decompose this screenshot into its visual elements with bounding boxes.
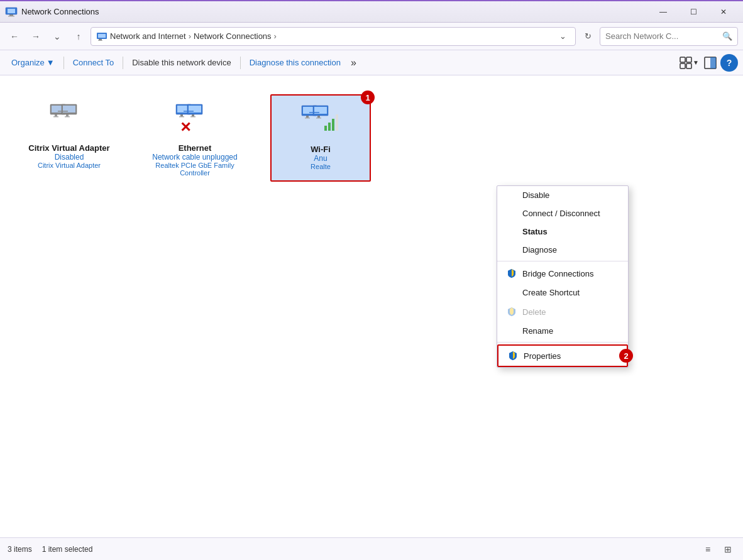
- pane-button[interactable]: [700, 53, 720, 73]
- svg-rect-43: [332, 119, 334, 131]
- app-icon: [5, 6, 18, 18]
- svg-rect-10: [680, 63, 685, 69]
- forward-button[interactable]: →: [26, 27, 45, 46]
- ctx-connect-disconnect[interactable]: Connect / Disconnect: [497, 204, 628, 222]
- ctx-rename[interactable]: Rename: [497, 322, 628, 340]
- toolbar-sep-1: [63, 57, 64, 69]
- network-item-ethernet[interactable]: ✕ Ethernet Network cable unplugged Realt…: [145, 94, 245, 182]
- network-item-citrix[interactable]: Citrix Virtual Adapter Disabled Citrix V…: [19, 94, 119, 182]
- badge-2: 2: [619, 349, 633, 363]
- network-item-wifi[interactable]: 1: [270, 94, 371, 182]
- help-button[interactable]: ?: [720, 54, 738, 72]
- svg-rect-38: [317, 116, 320, 118]
- diagnose-button[interactable]: Diagnose this connection: [243, 53, 347, 73]
- svg-rect-34: [306, 116, 309, 118]
- svg-rect-20: [66, 114, 69, 116]
- ctx-sep-1: [497, 261, 628, 261]
- up-button[interactable]: ↑: [69, 27, 88, 46]
- context-menu: Disable Connect / Disconnect Status Diag…: [497, 185, 629, 368]
- svg-rect-30: [190, 116, 195, 118]
- search-box: 🔍: [600, 27, 738, 46]
- list-view-button[interactable]: ≡: [700, 542, 715, 557]
- badge-1: 1: [361, 91, 375, 104]
- citrix-icon: [49, 99, 89, 140]
- title-bar: Network Connections — ☐ ✕: [0, 0, 743, 23]
- shield-properties-icon: [507, 350, 519, 361]
- toolbar: Organize ▼ Connect To Disable this netwo…: [0, 50, 743, 75]
- ctx-diagnose[interactable]: Diagnose: [497, 241, 628, 259]
- main-content: Citrix Virtual Adapter Disabled Citrix V…: [0, 75, 743, 537]
- tile-view-button[interactable]: ⊞: [720, 542, 735, 557]
- ctx-bridge[interactable]: Bridge Connections: [497, 263, 628, 283]
- citrix-status: Disabled: [55, 153, 84, 162]
- recent-button[interactable]: ⌄: [48, 27, 67, 46]
- organize-button[interactable]: Organize ▼: [5, 53, 61, 73]
- close-button[interactable]: ✕: [709, 2, 738, 22]
- path-network-connections: Network Connections: [194, 31, 272, 41]
- status-right: ≡ ⊞: [700, 542, 735, 557]
- disconnect-x-icon: ✕: [180, 121, 191, 135]
- window-title: Network Connections: [21, 7, 649, 16]
- window-controls: — ☐ ✕: [649, 2, 738, 22]
- back-button[interactable]: ←: [5, 27, 24, 46]
- connect-to-button[interactable]: Connect To: [67, 53, 121, 73]
- address-path[interactable]: Network and Internet › Network Connectio…: [91, 27, 576, 46]
- citrix-adapter: Citrix Virtual Adapter: [38, 162, 101, 169]
- svg-rect-42: [328, 123, 331, 131]
- minimize-button[interactable]: —: [649, 2, 678, 22]
- view-options-button[interactable]: ▼: [678, 53, 700, 73]
- svg-rect-17: [53, 116, 58, 118]
- svg-rect-8: [680, 57, 685, 62]
- refresh-button[interactable]: ↻: [578, 27, 597, 46]
- toolbar-sep-3: [240, 57, 241, 69]
- wifi-icon: [300, 101, 341, 141]
- svg-rect-11: [686, 63, 691, 69]
- ethernet-name: Ethernet: [179, 143, 212, 153]
- svg-rect-13: [710, 57, 716, 69]
- svg-rect-44: [336, 114, 338, 131]
- ctx-properties[interactable]: Properties 2: [497, 344, 628, 367]
- svg-rect-29: [192, 114, 194, 116]
- disable-button[interactable]: Disable this network device: [126, 53, 238, 73]
- citrix-name: Citrix Virtual Adapter: [28, 143, 109, 153]
- svg-rect-21: [65, 116, 70, 118]
- view-icon: [679, 56, 693, 70]
- toolbar-sep-2: [123, 57, 123, 69]
- address-bar: ← → ⌄ ↑ Network and Internet › Network C…: [0, 23, 743, 50]
- more-button[interactable]: »: [347, 53, 360, 73]
- svg-rect-35: [305, 118, 310, 119]
- ctx-status[interactable]: Status: [497, 222, 628, 241]
- svg-rect-2: [9, 14, 13, 16]
- ctx-delete[interactable]: Delete: [497, 302, 628, 322]
- wifi-name: Wi-Fi: [311, 145, 331, 154]
- svg-rect-16: [55, 114, 57, 116]
- ethernet-status: Network cable unplugged: [152, 153, 237, 162]
- wifi-adapter: Realte: [311, 163, 331, 170]
- status-bar: 3 items 1 item selected ≡ ⊞: [0, 537, 743, 560]
- maximize-button[interactable]: ☐: [679, 2, 708, 22]
- ctx-disable[interactable]: Disable: [497, 186, 628, 204]
- shield-delete-icon: [506, 306, 517, 317]
- pane-icon: [704, 57, 717, 69]
- svg-rect-1: [8, 9, 15, 13]
- search-input[interactable]: [605, 31, 720, 41]
- path-icon: [96, 31, 107, 42]
- svg-rect-26: [179, 116, 184, 118]
- svg-rect-41: [324, 126, 327, 131]
- ctx-sep-2: [497, 342, 628, 343]
- network-items-container: Citrix Virtual Adapter Disabled Citrix V…: [13, 88, 730, 188]
- ethernet-icon: ✕: [175, 99, 215, 140]
- svg-rect-6: [99, 39, 102, 40]
- svg-rect-9: [686, 57, 691, 62]
- ctx-shortcut[interactable]: Create Shortcut: [497, 283, 628, 302]
- svg-rect-25: [180, 114, 183, 116]
- ethernet-adapter: Realtek PCIe GbE Family Controller: [150, 162, 240, 177]
- shield-bridge-icon: [506, 268, 517, 279]
- wifi-status: Anu: [314, 154, 327, 163]
- path-dropdown-button[interactable]: ⌄: [555, 29, 570, 44]
- selected-count: 1 item selected: [42, 545, 93, 554]
- search-icon: 🔍: [722, 31, 732, 41]
- svg-rect-7: [98, 40, 102, 41]
- svg-rect-39: [316, 118, 321, 119]
- svg-rect-5: [98, 34, 106, 38]
